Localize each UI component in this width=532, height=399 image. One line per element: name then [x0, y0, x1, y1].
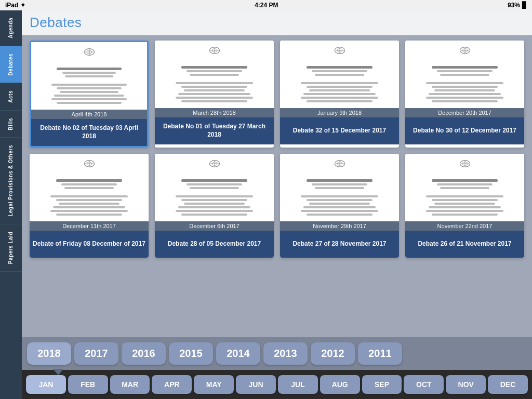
- status-right: 93% ▊: [508, 2, 527, 9]
- document-emblem-icon: [329, 46, 350, 61]
- debate-card-5[interactable]: December 11th 2017 Debate of Friday 08 D…: [30, 154, 149, 258]
- month-btn-dec[interactable]: DEC: [488, 375, 528, 394]
- doc-content: [34, 178, 144, 217]
- sidebar-label-acts: Acts: [8, 90, 14, 103]
- sidebar-label-legal: Legal Provisions & Others: [8, 145, 14, 217]
- debates-grid: April 4th 2018 Debate No 02 of Tuesday 0…: [30, 41, 524, 258]
- doc-content: [35, 66, 143, 105]
- debate-card-1[interactable]: April 4th 2018 Debate No 02 of Tuesday 0…: [30, 41, 149, 148]
- debate-card-2[interactable]: March 28th 2018 Debate No 01 of Tuesday …: [155, 41, 274, 148]
- sidebar-label-bills: Bills: [8, 118, 14, 130]
- sidebar-label-agenda: Agenda: [8, 18, 14, 38]
- sidebar-item-bills[interactable]: Bills: [0, 111, 22, 138]
- doc-content: [409, 64, 520, 104]
- page-title-bar: Debates: [22, 10, 532, 35]
- year-btn-2016[interactable]: 2016: [122, 342, 166, 365]
- debate-card-6[interactable]: December 6th 2017 Debate 28 of 05 Decemb…: [155, 154, 274, 258]
- month-filter: JANFEBMARAPRMAYJUNJULAUGSEPOCTNOVDEC: [22, 370, 532, 399]
- debate-card-date: December 20th 2017: [405, 108, 524, 117]
- debate-card-title: Debate 26 of 21 November 2017: [405, 231, 524, 258]
- status-time: 4:24 PM: [255, 2, 278, 9]
- year-btn-2014[interactable]: 2014: [216, 342, 260, 365]
- month-btn-mar[interactable]: MAR: [110, 375, 150, 394]
- sidebar-item-acts[interactable]: Acts: [0, 83, 22, 111]
- document-emblem-icon: [79, 159, 100, 175]
- debate-card-4[interactable]: December 20th 2017 Debate No 30 of 12 De…: [405, 41, 524, 148]
- debate-card-7[interactable]: November 29th 2017 Debate 27 of 28 Novem…: [280, 154, 399, 258]
- month-btn-jan[interactable]: JAN: [26, 375, 66, 394]
- debate-card-date: December 6th 2017: [155, 221, 274, 231]
- month-btn-feb[interactable]: FEB: [68, 375, 108, 394]
- sidebar-label-papers: Papers Laid: [8, 232, 14, 264]
- battery-label: 93%: [508, 2, 520, 9]
- debate-card-title: Debate of Friday 08 December of 2017: [30, 231, 149, 258]
- month-btn-aug[interactable]: AUG: [320, 375, 360, 394]
- sidebar-item-papers[interactable]: Papers Laid: [0, 224, 22, 272]
- year-filter: 20182017201620152014201320122011: [22, 337, 532, 370]
- debate-card-title: Debate 28 of 05 December 2017: [155, 231, 274, 258]
- debate-card-title: Debate No 01 of Tuesday 27 March 2018: [155, 117, 274, 144]
- debate-card-preview: [155, 154, 274, 221]
- debate-card-title: Debate 27 of 28 November 2017: [280, 231, 399, 258]
- month-btn-sep[interactable]: SEP: [362, 375, 402, 394]
- document-emblem-icon: [204, 46, 225, 61]
- debate-card-title: Debate No 30 of 12 December 2017: [405, 117, 524, 144]
- month-btn-oct[interactable]: OCT: [404, 375, 444, 394]
- main-content: Debates: [22, 10, 532, 399]
- year-btn-2017[interactable]: 2017: [74, 342, 118, 365]
- year-section: 20182017201620152014201320122011: [22, 337, 532, 370]
- debates-scroll[interactable]: April 4th 2018 Debate No 02 of Tuesday 0…: [22, 35, 532, 337]
- sidebar-item-debates[interactable]: Debates: [0, 46, 22, 83]
- debate-card-preview: [280, 41, 399, 108]
- year-btn-2018[interactable]: 2018: [27, 342, 71, 365]
- debate-card-date: November 29th 2017: [280, 221, 399, 231]
- year-btn-2011[interactable]: 2011: [358, 342, 402, 365]
- month-btn-jun[interactable]: JUN: [236, 375, 276, 394]
- debate-card-preview: [31, 42, 147, 110]
- status-left: iPad ✦: [5, 2, 25, 9]
- doc-content: [284, 178, 395, 217]
- debate-card-title: Debate No 02 of Tuesday 03 April 2018: [31, 119, 147, 146]
- year-btn-2015[interactable]: 2015: [169, 342, 213, 365]
- month-btn-apr[interactable]: APR: [152, 375, 192, 394]
- debate-card-date: April 4th 2018: [31, 110, 147, 119]
- debate-card-preview: [280, 154, 399, 221]
- debate-card-8[interactable]: November 22nd 2017 Debate 26 of 21 Novem…: [405, 154, 524, 258]
- device-label: iPad ✦: [5, 2, 25, 9]
- debate-card-date: November 22nd 2017: [405, 221, 524, 231]
- debate-card-3[interactable]: January 9th 2018 Debate 32 of 15 Decembe…: [280, 41, 399, 148]
- document-emblem-icon: [455, 159, 475, 175]
- document-emblem-icon: [455, 46, 475, 61]
- document-emblem-icon: [204, 159, 225, 175]
- debate-card-preview: [30, 154, 149, 221]
- debate-card-date: December 11th 2017: [30, 221, 149, 231]
- debate-card-title: Debate 32 of 15 December 2017: [280, 117, 399, 144]
- page-title: Debates: [30, 15, 524, 31]
- month-btn-may[interactable]: MAY: [194, 375, 234, 394]
- doc-content: [284, 64, 395, 104]
- month-btn-nov[interactable]: NOV: [446, 375, 486, 394]
- sidebar: Agenda Debates Acts Bills Legal Provisio…: [0, 10, 22, 399]
- debate-card-preview: [405, 154, 524, 221]
- doc-content: [409, 178, 520, 217]
- document-emblem-icon: [329, 159, 350, 175]
- doc-content: [159, 64, 270, 104]
- doc-content: [159, 178, 270, 217]
- battery-icon: ▊: [522, 2, 527, 9]
- document-emblem-icon: [79, 47, 100, 63]
- debate-card-preview: [155, 41, 274, 108]
- debate-card-date: March 28th 2018: [155, 108, 274, 117]
- sidebar-item-agenda[interactable]: Agenda: [0, 10, 22, 46]
- debate-card-preview: [405, 41, 524, 108]
- year-btn-2013[interactable]: 2013: [263, 342, 308, 365]
- sidebar-label-debates: Debates: [8, 54, 14, 75]
- debate-card-date: January 9th 2018: [280, 108, 399, 117]
- year-btn-2012[interactable]: 2012: [311, 342, 355, 365]
- month-btn-jul[interactable]: JUL: [278, 375, 318, 394]
- status-bar: iPad ✦ 4:24 PM 93% ▊: [0, 0, 532, 10]
- sidebar-item-legal[interactable]: Legal Provisions & Others: [0, 138, 22, 224]
